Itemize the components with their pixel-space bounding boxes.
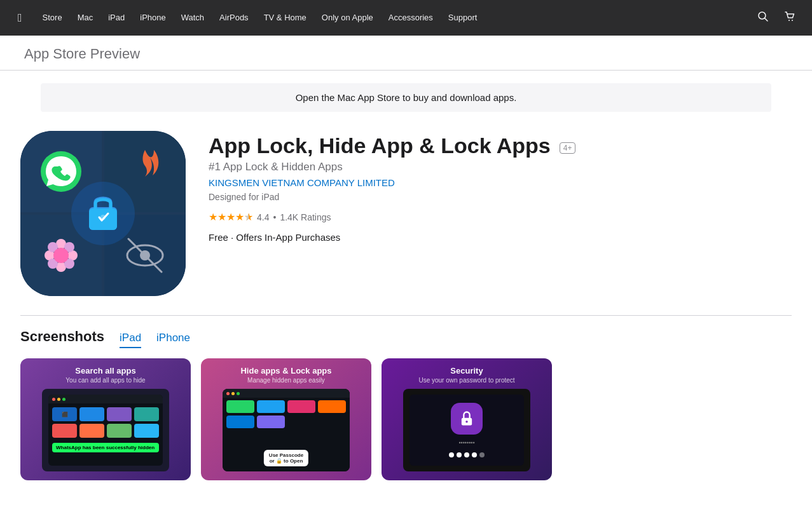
ss3-title: Security (450, 366, 483, 375)
screenshot-3: Security Use your own password to protec… (382, 358, 552, 480)
app-price: Free · Offers In-App Purchases (209, 232, 679, 243)
nav-item-mac[interactable]: Mac (70, 0, 101, 36)
svg-point-31 (465, 421, 468, 423)
nav-item-tv-home[interactable]: TV & Home (256, 0, 314, 36)
svg-point-20 (53, 248, 69, 263)
security-dots (449, 452, 485, 457)
nav-item-only-on-apple[interactable]: Only on Apple (314, 0, 381, 36)
screenshots-section: Screenshots iPad iPhone Search all apps … (20, 315, 792, 480)
age-rating-badge: 4+ (560, 142, 576, 154)
breadcrumb-app-store: App Store (24, 46, 86, 62)
rating-count: 1.4K Ratings (280, 212, 331, 222)
price-label: Free (209, 232, 228, 243)
app-name: App Lock, Hide App & Lock Apps (209, 133, 551, 158)
svg-point-2 (788, 20, 790, 21)
tab-iphone[interactable]: iPhone (156, 329, 190, 348)
svg-point-29 (100, 215, 106, 220)
app-developer-link[interactable]: KINGSMEN VIETNAM COMPANY LIMITED (209, 177, 679, 188)
price-dot: · (231, 232, 233, 243)
banner-text: Open the Mac App Store to buy and downlo… (296, 92, 517, 103)
nav-item-watch[interactable]: Watch (174, 0, 212, 36)
ss1-device: ⬛ WhatsApp has been successfully hidden (42, 389, 169, 471)
screenshots-title: Screenshots (20, 328, 104, 345)
app-subtitle: #1 App Lock & Hidden Apps (209, 161, 679, 173)
rating-value: 4.4 (257, 212, 269, 222)
ss1-title: Search all apps (75, 366, 135, 375)
svg-point-3 (792, 20, 793, 21)
nav-item-store[interactable]: Store (35, 0, 70, 36)
navigation:  Store Mac iPad iPhone Watch AirPods TV… (0, 0, 812, 36)
star-icons: ★★★★★★ (209, 211, 253, 223)
screenshot-1: Search all apps You can add all apps to … (20, 358, 191, 480)
app-info: App Lock, Hide App & Lock Apps 4+ #1 App… (209, 131, 679, 243)
nav-item-ipad[interactable]: iPad (100, 0, 132, 36)
page-title: App StorePreview (20, 46, 140, 62)
apple-logo-icon[interactable]:  (10, 11, 30, 25)
screenshots-grid: Search all apps You can add all apps to … (20, 358, 792, 480)
ss2-device: Use Passcodeor 🔒 to Open (223, 389, 350, 471)
ss2-title: Hide apps & Lock apps (240, 366, 331, 375)
nav-item-iphone[interactable]: iPhone (132, 0, 173, 36)
ss2-cta: Use Passcodeor 🔒 to Open (264, 450, 308, 466)
ss1-subtitle: You can add all apps to hide (65, 377, 145, 384)
nav-item-airpods[interactable]: AirPods (212, 0, 256, 36)
app-designed-for: Designed for iPad (209, 192, 679, 202)
screenshot-2: Hide apps & Lock apps Manage hidden apps… (201, 358, 371, 480)
nav-right-icons (751, 11, 802, 25)
tab-ipad[interactable]: iPad (120, 329, 141, 348)
nav-item-support[interactable]: Support (441, 0, 485, 36)
ss3-device: •••••••• (403, 389, 530, 471)
app-detail: App Lock, Hide App & Lock Apps 4+ #1 App… (0, 112, 699, 315)
ss1-notification: WhatsApp has been successfully hidden (52, 443, 159, 452)
breadcrumb: App StorePreview (0, 36, 812, 71)
search-icon[interactable] (751, 11, 775, 25)
screenshots-tabs: iPad iPhone (120, 329, 205, 348)
mac-app-store-banner: Open the Mac App Store to buy and downlo… (41, 83, 771, 112)
nav-item-accessories[interactable]: Accessories (381, 0, 441, 36)
svg-line-1 (765, 18, 768, 22)
app-rating: ★★★★★★ 4.4 • 1.4K Ratings (209, 211, 679, 223)
screenshots-header: Screenshots iPad iPhone (20, 328, 792, 348)
rating-separator: • (273, 212, 276, 222)
cart-icon[interactable] (778, 11, 802, 25)
breadcrumb-preview: Preview (90, 46, 140, 62)
ss2-subtitle: Manage hidden apps easily (247, 377, 325, 384)
app-icon (20, 131, 186, 296)
ss3-subtitle: Use your own password to protect (418, 377, 514, 384)
iap-label: Offers In-App Purchases (236, 232, 340, 243)
